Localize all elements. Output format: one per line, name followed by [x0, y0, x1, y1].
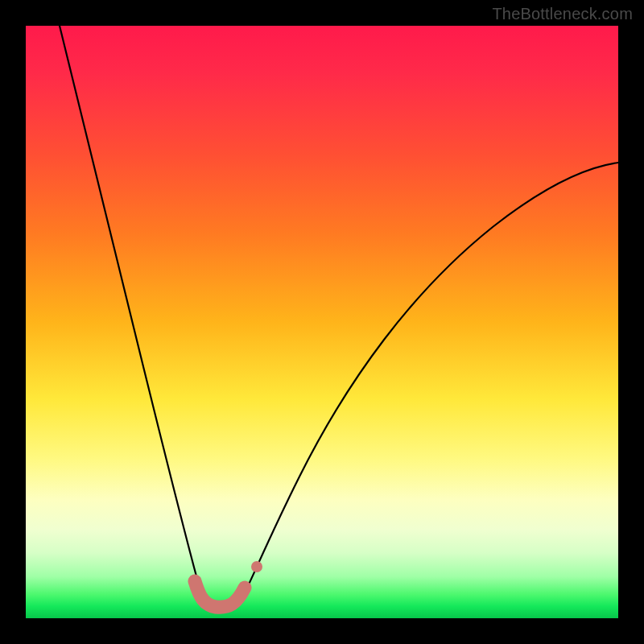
bottleneck-curve [60, 26, 618, 607]
chart-frame: TheBottleneck.com [0, 0, 644, 644]
watermark-text: TheBottleneck.com [492, 5, 633, 23]
valley-highlight [195, 581, 245, 607]
plot-area [26, 26, 618, 618]
curve-layer [26, 26, 618, 618]
highlight-dot [251, 561, 262, 572]
